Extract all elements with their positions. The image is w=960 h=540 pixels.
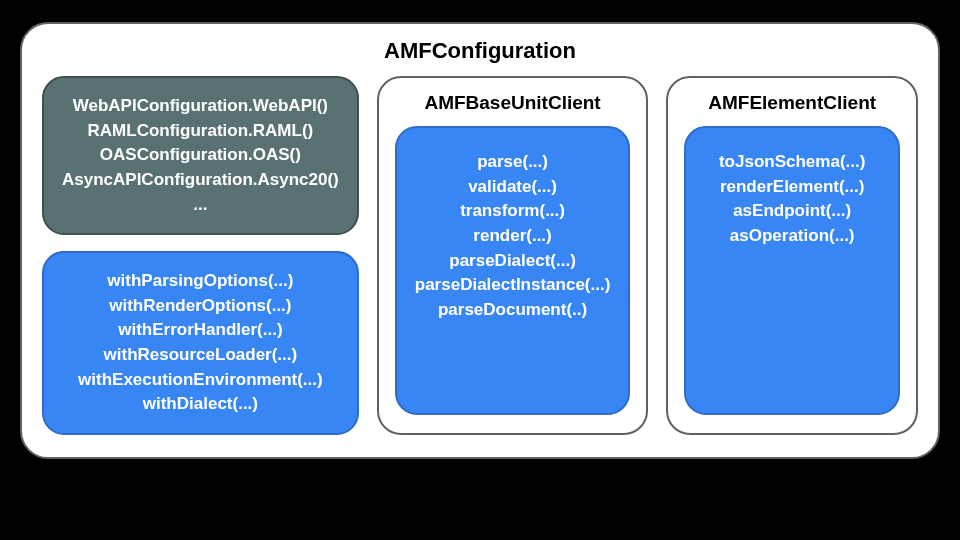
method-line: render(...) bbox=[473, 224, 551, 249]
method-line: asEndpoint(...) bbox=[733, 199, 851, 224]
method-line: parseDialectInstance(...) bbox=[415, 273, 611, 298]
builder-line: withRenderOptions(...) bbox=[62, 294, 339, 319]
builder-methods-card: withParsingOptions(...) withRenderOption… bbox=[42, 251, 359, 435]
method-line: transform(...) bbox=[460, 199, 565, 224]
factory-line: OASConfiguration.OAS() bbox=[62, 143, 339, 168]
base-unit-client-section: AMFBaseUnitClient parse(...) validate(..… bbox=[377, 76, 649, 435]
method-line: renderElement(...) bbox=[720, 175, 865, 200]
factory-line: ... bbox=[62, 193, 339, 218]
method-line: toJsonSchema(...) bbox=[719, 150, 865, 175]
amf-configuration-title: AMFConfiguration bbox=[42, 38, 918, 64]
element-client-title: AMFElementClient bbox=[684, 92, 900, 114]
builder-line: withParsingOptions(...) bbox=[62, 269, 339, 294]
factory-line: RAMLConfiguration.RAML() bbox=[62, 119, 339, 144]
builder-line: withResourceLoader(...) bbox=[62, 343, 339, 368]
method-line: validate(...) bbox=[468, 175, 557, 200]
builder-line: withDialect(...) bbox=[62, 392, 339, 417]
method-line: parseDocument(..) bbox=[438, 298, 587, 323]
left-column: WebAPIConfiguration.WebAPI() RAMLConfigu… bbox=[42, 76, 359, 435]
amf-configuration-container: AMFConfiguration WebAPIConfiguration.Web… bbox=[20, 22, 940, 459]
factory-line: WebAPIConfiguration.WebAPI() bbox=[62, 94, 339, 119]
element-client-section: AMFElementClient toJsonSchema(...) rende… bbox=[666, 76, 918, 435]
builder-line: withErrorHandler(...) bbox=[62, 318, 339, 343]
base-unit-client-methods-card: parse(...) validate(...) transform(...) … bbox=[395, 126, 631, 415]
factory-line: AsyncAPIConfiguration.Async20() bbox=[62, 168, 339, 193]
method-line: parse(...) bbox=[477, 150, 548, 175]
base-unit-client-title: AMFBaseUnitClient bbox=[395, 92, 631, 114]
builder-line: withExecutionEnvironment(...) bbox=[62, 368, 339, 393]
columns: WebAPIConfiguration.WebAPI() RAMLConfigu… bbox=[42, 76, 918, 435]
factory-methods-card: WebAPIConfiguration.WebAPI() RAMLConfigu… bbox=[42, 76, 359, 235]
element-client-methods-card: toJsonSchema(...) renderElement(...) asE… bbox=[684, 126, 900, 415]
method-line: asOperation(...) bbox=[730, 224, 855, 249]
method-line: parseDialect(...) bbox=[449, 249, 576, 274]
